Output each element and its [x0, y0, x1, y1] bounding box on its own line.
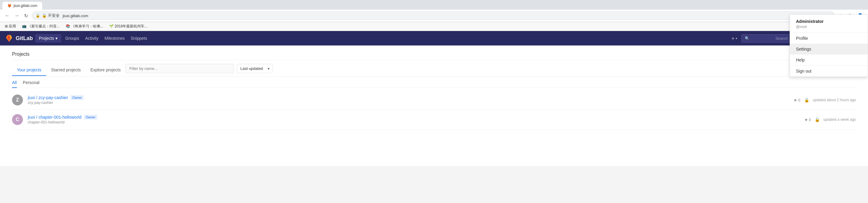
- security-icon: 🔒: [36, 13, 40, 18]
- gitlab-logo-text: GitLab: [16, 35, 33, 41]
- tab-explore-projects[interactable]: Explore projects: [86, 64, 125, 76]
- star-count: ★ 0: [804, 117, 811, 122]
- back-button[interactable]: ←: [4, 12, 11, 19]
- address-bar[interactable]: 🔒 🔒 不安全 jiuxi.gitlab.com: [32, 11, 835, 20]
- dropdown-item-profile[interactable]: Profile: [790, 33, 868, 44]
- dropdown-item-sign-out[interactable]: Sign out: [790, 66, 868, 76]
- activity-nav-link[interactable]: Activity: [82, 34, 101, 42]
- sort-select[interactable]: Last updated Name Created: [237, 64, 273, 73]
- plus-chevron-icon: ▾: [736, 37, 737, 40]
- tab-label: jiuxi.gitlab.com: [13, 4, 37, 8]
- projects-chevron-icon: ▾: [56, 36, 58, 41]
- tab-starred-projects[interactable]: Starred projects: [46, 64, 86, 76]
- bookmark-2[interactable]: 📚 《终身学习：哈佛...: [64, 23, 104, 30]
- star-icon: ★: [794, 98, 797, 102]
- gitlab-logo[interactable]: GitLab: [5, 34, 33, 42]
- star-number: 0: [809, 117, 811, 122]
- page-title-bar: Projects: [12, 45, 856, 60]
- star-count: ★ 0: [794, 98, 800, 102]
- address-text: 🔒 不安全: [42, 13, 60, 19]
- dropdown-header: Administrator @root: [790, 15, 868, 33]
- project-subname: chapter-001-helloworld: [28, 120, 804, 124]
- groups-nav-link[interactable]: Groups: [62, 34, 82, 42]
- bookmark-apps[interactable]: ⊞ 应用: [4, 23, 17, 30]
- page-content: Projects Your projects Starred projects …: [0, 45, 868, 166]
- dropdown-item-settings[interactable]: Settings: [790, 44, 868, 55]
- table-row: C jiuxi / chapter-001-helloworld Owner c…: [12, 110, 856, 130]
- project-name-link[interactable]: jiuxi / zcy-pay-cashier: [28, 95, 68, 100]
- browser-chrome: 🦊 jiuxi.gitlab.com: [0, 0, 868, 10]
- filter-by-name-input[interactable]: [125, 64, 234, 73]
- dropdown-item-help[interactable]: Help: [790, 55, 868, 65]
- tab-bar: 🦊 jiuxi.gitlab.com: [2, 2, 866, 10]
- active-tab[interactable]: 🦊 jiuxi.gitlab.com: [2, 2, 42, 10]
- gitlab-logo-icon: [5, 34, 13, 42]
- tab-your-projects[interactable]: Your projects: [12, 64, 46, 76]
- dropdown-handle: @root: [796, 24, 862, 29]
- project-subname: zcy-pay-cashier: [28, 101, 794, 105]
- plus-icon: ＋: [730, 35, 736, 42]
- bookmark-3[interactable]: 🌱 2018年最新杭州车...: [108, 23, 149, 30]
- lock-icon: 🔒: [815, 117, 820, 122]
- star-number: 0: [798, 98, 800, 102]
- snippets-nav-link[interactable]: Snippets: [128, 34, 150, 42]
- project-info: jiuxi / chapter-001-helloworld Owner cha…: [28, 115, 804, 124]
- dropdown-username: Administrator: [796, 19, 862, 24]
- project-name-link[interactable]: jiuxi / chapter-001-helloworld: [28, 115, 82, 120]
- projects-nav-label: Projects: [39, 36, 54, 41]
- lock-icon: 🔒: [804, 98, 809, 102]
- milestones-nav-link[interactable]: Milestones: [101, 34, 128, 42]
- sub-tab-all[interactable]: All: [12, 80, 17, 88]
- bookmark-bar: ⊞ 应用 📺 《新引爆点：抖音... 📚 《终身学习：哈佛... 🌱 2018年…: [0, 22, 868, 31]
- owner-badge: Owner: [84, 115, 97, 120]
- sub-tab-personal[interactable]: Personal: [23, 80, 39, 88]
- search-icon: 🔍: [745, 36, 774, 41]
- projects-nav-button[interactable]: Projects ▾: [35, 34, 61, 42]
- sort-wrapper: Last updated Name Created: [237, 64, 273, 73]
- user-dropdown: Administrator @root Profile Settings Hel…: [789, 14, 868, 77]
- new-item-button[interactable]: ＋ ▾: [728, 33, 739, 43]
- project-meta: ★ 0 🔒 updated a week ago: [804, 117, 856, 122]
- table-row: Z jiuxi / zcy-pay-cashier Owner zcy-pay-…: [12, 90, 856, 110]
- avatar: C: [12, 114, 23, 125]
- browser-controls: ← → ↻ 🔒 🔒 不安全 jiuxi.gitlab.com ☆ ⋮ 👤: [0, 10, 868, 22]
- star-icon: ★: [804, 117, 808, 122]
- project-list: Z jiuxi / zcy-pay-cashier Owner zcy-pay-…: [12, 88, 856, 132]
- forward-button[interactable]: →: [13, 12, 21, 19]
- tab-favicon: 🦊: [7, 4, 12, 8]
- page-title: Projects: [12, 52, 30, 57]
- project-meta: ★ 0 🔒 updated about 2 hours ago: [794, 98, 856, 102]
- address-url: jiuxi.gitlab.com: [63, 13, 88, 18]
- updated-text: updated about 2 hours ago: [813, 98, 856, 102]
- bookmark-1[interactable]: 📺 《新引爆点：抖音...: [21, 23, 61, 30]
- gitlab-header: GitLab Projects ▾ Groups Activity Milest…: [0, 31, 868, 45]
- sub-tabs: All Personal: [12, 80, 856, 88]
- owner-badge: Owner: [70, 95, 84, 100]
- projects-tabs: Your projects Starred projects Explore p…: [12, 60, 856, 76]
- project-info: jiuxi / zcy-pay-cashier Owner zcy-pay-ca…: [28, 95, 794, 105]
- refresh-button[interactable]: ↻: [23, 12, 29, 19]
- updated-text: updated a week ago: [824, 117, 856, 122]
- avatar: Z: [12, 95, 23, 105]
